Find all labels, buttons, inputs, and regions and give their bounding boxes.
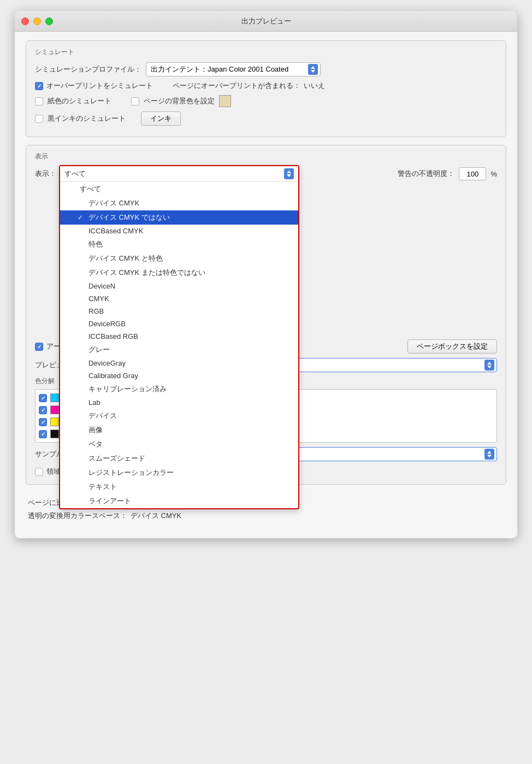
dropdown-item[interactable]: デバイス (60, 409, 298, 423)
dropdown-item-label: デバイス CMYK (88, 198, 139, 208)
overprint-checkbox[interactable] (35, 82, 43, 90)
dropdown-item-label: ICCBased CMYK (88, 227, 143, 235)
dropdown-item[interactable]: DeviceRGB (60, 318, 298, 330)
display-section: 表示 表示： すべて 警告の不透明度： % (26, 145, 506, 485)
display-title: 表示 (35, 152, 497, 161)
black-checkbox[interactable] (39, 430, 47, 438)
color-space-label: 透明の変換用カラースペース： (28, 511, 127, 521)
page-box-button[interactable]: ページボックスを設定 (407, 339, 497, 354)
dropdown-item[interactable]: Calibrated Gray (60, 369, 298, 382)
dropdown-item-label: Calibrated Gray (88, 372, 138, 380)
sample-arrow (484, 449, 494, 460)
dropdown-item-label: ベタ (88, 439, 103, 449)
magenta-checkbox[interactable] (39, 406, 47, 414)
overprint-label: オーバープリントをシミュレート (46, 81, 153, 91)
dropdown-item[interactable]: ICCBased CMYK (60, 225, 298, 237)
dropdown-item-label: レジストレーションカラー (88, 468, 174, 478)
dropdown-item[interactable]: DeviceGray (60, 357, 298, 369)
warning-unit: % (490, 170, 497, 178)
paper-color-checkbox[interactable] (35, 97, 43, 105)
dropdown-item[interactable]: スムーズシェード (60, 451, 298, 466)
bg-color-label: ページの背景色を設定 (144, 96, 215, 106)
dropdown-item-label: デバイス CMYK と特色 (88, 254, 163, 263)
dropdown-item[interactable]: ラインアート (60, 494, 298, 508)
dropdown-item[interactable]: キャリブレーション済み (60, 382, 298, 396)
content-area: シミュレート シミュレーションプロファイル： 出力インテント：Japan Col… (15, 32, 517, 538)
dropdown-item-label: すべて (80, 184, 101, 194)
dropdown-item-label: ラインアート (88, 496, 131, 506)
cyan-dot (50, 393, 59, 402)
dropdown-item[interactable]: デバイス CMYK (60, 196, 298, 210)
paper-bg-row: 紙色のシミュレート ページの背景色を設定 (35, 95, 497, 107)
dropdown-header: すべて (60, 166, 298, 182)
dropdown-item[interactable]: RGB (60, 305, 298, 318)
dropdown-item-label: デバイス (88, 411, 117, 421)
dropdown-item[interactable]: ICCBased RGB (60, 330, 298, 343)
dropdown-item-label: DeviceRGB (88, 320, 126, 328)
dropdown-item-label: デバイス CMYK または特色ではない (88, 268, 205, 278)
black-ink-checkbox[interactable] (35, 115, 43, 123)
cyan-checkbox[interactable] (39, 394, 47, 402)
main-window: 出力プレビュー シミュレート シミュレーションプロファイル： 出力インテント：J… (15, 11, 517, 538)
dropdown-item[interactable]: デバイス CMYK または特色ではない (60, 266, 298, 280)
dropdown-item-label: キャリブレーション済み (88, 384, 167, 394)
dropdown-item[interactable]: グレー (60, 343, 298, 357)
black-dot (50, 430, 59, 438)
maximize-button[interactable] (45, 17, 53, 25)
dropdown-item[interactable]: すべて (60, 182, 298, 196)
simulate-title: シミュレート (35, 48, 497, 57)
dropdown-items-list: すべてデバイス CMYK✓デバイス CMYK ではないICCBased CMYK… (60, 182, 298, 508)
paper-color-label: 紙色のシミュレート (48, 96, 111, 106)
sample-arrow-down (487, 455, 492, 457)
art-checkbox[interactable] (35, 343, 43, 351)
overprint-row: オーバープリントをシミュレート ページにオーバープリントが含まれる： いいえ (35, 81, 497, 91)
bg-color-checkbox[interactable] (131, 97, 139, 105)
warning-input[interactable] (459, 167, 486, 180)
simulate-section: シミュレート シミュレーションプロファイル： 出力インテント：Japan Col… (26, 40, 506, 137)
dropdown-item-label: CMYK (88, 295, 109, 303)
overprint-right-value: いいえ (304, 81, 325, 91)
dropdown-item[interactable]: ベタ (60, 437, 298, 451)
preview-arrow-up (487, 362, 492, 365)
magenta-dot (50, 405, 59, 414)
arrow-down-icon (311, 70, 315, 73)
black-ink-row: 黒インキのシミュレート インキ (35, 111, 497, 126)
dropdown-item-label: 特色 (88, 239, 103, 249)
profile-value: 出力インテント：Japan Color 2001 Coated (151, 64, 307, 74)
dropdown-menu: すべて すべてデバイス CMYK✓デバイス CMYK ではないICCBased … (59, 165, 299, 509)
dropdown-item[interactable]: デバイス CMYK と特色 (60, 251, 298, 266)
overprint-right-label: ページにオーバープリントが含まれる： (173, 81, 300, 91)
close-button[interactable] (21, 17, 29, 25)
sample-arrow-up (487, 451, 492, 454)
area-checkbox[interactable] (35, 468, 43, 476)
profile-row: シミュレーションプロファイル： 出力インテント：Japan Color 2001… (35, 62, 497, 77)
dropdown-arrow-box (284, 168, 294, 179)
dropdown-item[interactable]: 画像 (60, 423, 298, 437)
window-controls (21, 17, 53, 25)
header-arrow-up (287, 171, 291, 173)
color-space-value: デバイス CMYK (131, 511, 181, 521)
dropdown-item[interactable]: テキスト (60, 480, 298, 494)
preview-arrow-down (487, 366, 492, 368)
dropdown-item[interactable]: CMYK (60, 292, 298, 305)
dropdown-item-label: 画像 (88, 425, 103, 435)
dropdown-item[interactable]: ✓デバイス CMYK ではない (60, 210, 298, 225)
dropdown-item-label: スムーズシェード (88, 454, 145, 463)
dropdown-item-label: デバイス CMYK ではない (88, 213, 170, 222)
dropdown-item[interactable]: DeviceN (60, 280, 298, 292)
ink-button[interactable]: インキ (141, 111, 181, 126)
profile-select-arrow (308, 64, 318, 75)
dropdown-item[interactable]: レジストレーションカラー (60, 466, 298, 480)
dropdown-item-label: グレー (88, 345, 110, 355)
dropdown-item-label: DeviceGray (88, 359, 126, 367)
warning-label: 警告の不透明度： (398, 169, 454, 179)
dropdown-check-icon: ✓ (78, 214, 85, 221)
profile-select[interactable]: 出力インテント：Japan Color 2001 Coated (146, 62, 321, 77)
minimize-button[interactable] (33, 17, 41, 25)
dropdown-item-label: DeviceN (88, 282, 115, 290)
dropdown-item[interactable]: 特色 (60, 237, 298, 251)
dropdown-item[interactable]: Lab (60, 396, 298, 409)
bg-color-swatch[interactable] (219, 95, 231, 107)
yellow-checkbox[interactable] (39, 418, 47, 426)
profile-label: シミュレーションプロファイル： (35, 64, 141, 74)
